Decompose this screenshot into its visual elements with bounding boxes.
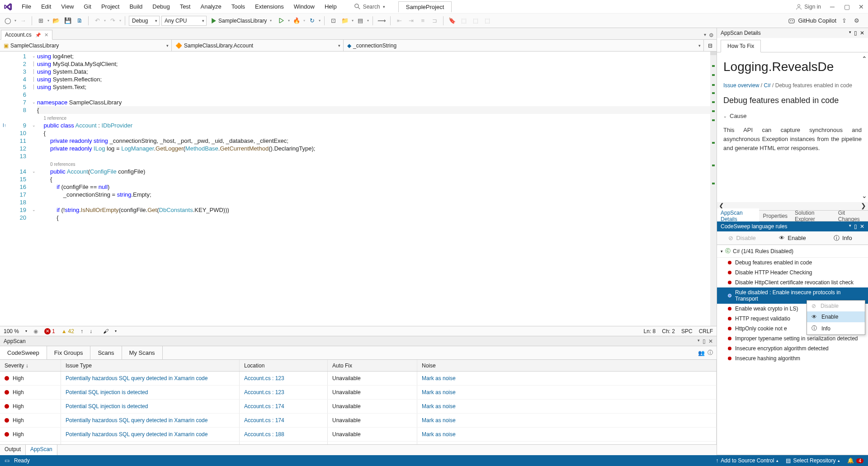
appscan-tab-scans[interactable]: Scans [90,346,122,359]
col-severity[interactable]: Severity ↓ [0,360,61,371]
menu-file[interactable]: File [17,1,36,12]
ctx-info[interactable]: ⓘInfo [807,322,865,334]
start-button[interactable]: SampleClassLibrary▾ [208,18,274,24]
eol-indicator[interactable]: CRLF [699,328,713,334]
config-select[interactable]: Debug [129,16,160,26]
tab-settings-icon[interactable]: ⚙ [709,32,714,38]
nav-type-select[interactable]: 🔶SampleClassLibrary.Account [172,40,344,51]
tb-icon-2[interactable]: 📁 [340,16,350,26]
copilot-button[interactable]: GitHub Copilot ⇪ ⚙ [788,16,865,26]
panel-close-icon[interactable]: ✕ [708,338,713,344]
code-editor[interactable]: I↑ 1234567891011121314151617181920 ⌄││││… [0,52,717,326]
save-button[interactable]: 💾 [63,16,73,26]
tb-icon-3[interactable]: ▤ [355,16,365,26]
line-indicator[interactable]: Ln: 8 [644,328,656,334]
panel-pin-icon[interactable]: ▯ [854,223,857,230]
undo-button[interactable]: ↶ [92,16,102,26]
appscan-tab-fix-groups[interactable]: Fix Groups [47,346,91,359]
menu-test[interactable]: Test [175,1,195,12]
menu-extensions[interactable]: Extensions [250,1,288,12]
tb-icon-4[interactable]: ⟿ [377,16,387,26]
nav-back-button[interactable]: ◯ [3,16,13,26]
tb-icon-6[interactable]: ⇥ [406,16,416,26]
issue-row[interactable]: HighPotentially hazardous SQL query dete… [0,372,717,386]
nav-scope-select[interactable]: ▣SampleClassLibrary [0,40,172,51]
brush-icon[interactable]: 🖌 [103,328,108,334]
start-no-debug-button[interactable] [276,16,286,26]
appscan-tab-codesweep[interactable]: CodeSweep [0,346,47,359]
rule-item[interactable]: Disable HTTP Header Checking [717,268,868,278]
source-control-button[interactable]: ↑Add to Source Control▴ [716,457,778,464]
col-location[interactable]: Location [240,360,328,371]
project-name-tab[interactable]: SampleProject [398,1,452,12]
indent-indicator[interactable]: SPC [681,328,693,334]
issue-row[interactable]: HighPotentially hazardous SQL query dete… [0,414,717,428]
maximize-button[interactable]: ▢ [844,4,850,10]
issue-row[interactable]: HighPotential SQL injection is detectedA… [0,386,717,400]
scroll-map[interactable] [710,52,717,326]
nav-fwd-button[interactable]: → [18,16,28,26]
help-icon[interactable]: ⓘ [708,349,713,357]
tab-dropdown-icon[interactable]: ▾ [704,32,706,38]
disable-button[interactable]: ⊘Disable [717,232,767,244]
panel-close-icon[interactable]: ✕ [860,223,864,230]
fold-column[interactable]: ⌄││││⌄⌄⌄⌄ [31,52,37,326]
rule-item[interactable]: Insecure encryption algorithm detected [717,344,868,353]
zoom-level[interactable]: 100 % [4,328,19,334]
menu-project[interactable]: Project [97,1,124,12]
select-repo-button[interactable]: ▤Select Repository▴ [786,457,840,464]
code-body[interactable]: using log4net;using MySql.Data.MySqlClie… [37,52,710,326]
nav-member-select[interactable]: ◆_connectionString [344,40,704,51]
close-button[interactable]: ✕ [858,4,864,10]
panel-pin-icon[interactable]: ▯ [854,30,857,36]
nav-split-button[interactable]: ⊟ [704,40,717,51]
refresh-button[interactable]: ↻ [307,16,317,26]
info-button[interactable]: ⓘInfo [818,232,868,245]
bottom-tab-output[interactable]: Output [0,445,26,455]
howto-fix-tab[interactable]: How To Fix [721,40,761,52]
crumb-lang[interactable]: C# [764,82,770,89]
rtab-properties[interactable]: Properties [759,212,791,221]
new-project-button[interactable]: ⊞ [36,16,46,26]
ctx-enable[interactable]: 👁Enable [807,311,865,322]
rule-item[interactable]: Disable HttpClient certificate revocatio… [717,278,868,287]
enable-button[interactable]: 👁Enable [767,232,817,244]
panel-dropdown-icon[interactable]: ▾ [698,338,700,344]
rule-item[interactable]: Improper typename setting in serializati… [717,334,868,344]
menu-edit[interactable]: Edit [37,1,56,12]
rule-item[interactable]: Insecure hashing algorithm [717,353,868,363]
menu-help[interactable]: Help [320,1,341,12]
bookmark-prev-button[interactable]: ⬚ [459,16,469,26]
health-icon[interactable]: ◉ [33,328,38,334]
bookmark-button[interactable]: 🔖 [447,16,457,26]
search-box[interactable]: Search ▾ [350,2,389,11]
hot-reload-button[interactable]: 🔥 [292,16,302,26]
save-all-button[interactable]: 🗎 [75,16,85,26]
menu-git[interactable]: Git [79,1,96,12]
tb-icon-8[interactable]: ⊐ [429,16,439,26]
notifications-button[interactable]: 🔔4 [847,457,863,464]
output-icon[interactable]: ▭ [5,457,9,464]
grid-header[interactable]: Severity ↓ Issue Type Location Auto Fix … [0,360,717,372]
minimize-button[interactable]: ─ [829,4,835,10]
tb-icon-7[interactable]: ≡ [418,16,428,26]
sign-in-button[interactable]: Sign in [796,4,821,10]
col-indicator[interactable]: Ch: 2 [662,328,675,334]
close-tab-icon[interactable]: ✕ [44,32,48,38]
rules-lang-header[interactable]: ▾ⓒC# (1/41 Rules Disabled) [717,245,868,258]
redo-button[interactable]: ↷ [108,16,118,26]
menu-tools[interactable]: Tools [227,1,250,12]
col-issue[interactable]: Issue Type [61,360,240,371]
people-icon[interactable]: 👥 [698,350,705,356]
warning-count[interactable]: ▲42 [61,328,74,334]
open-button[interactable]: 📂 [51,16,61,26]
cause-toggle[interactable]: ⌄Cause [723,113,862,119]
panel-dropdown-icon[interactable]: ▾ [849,30,851,36]
col-noise[interactable]: Noise [417,360,717,371]
issue-row[interactable]: HighPotentially hazardous SQL query dete… [0,428,717,442]
platform-select[interactable]: Any CPU [161,16,207,26]
col-autofix[interactable]: Auto Fix [328,360,417,371]
menu-debug[interactable]: Debug [148,1,174,12]
error-count[interactable]: ✕1 [44,328,55,334]
interface-glyph-icon[interactable]: I↑ [0,122,9,129]
